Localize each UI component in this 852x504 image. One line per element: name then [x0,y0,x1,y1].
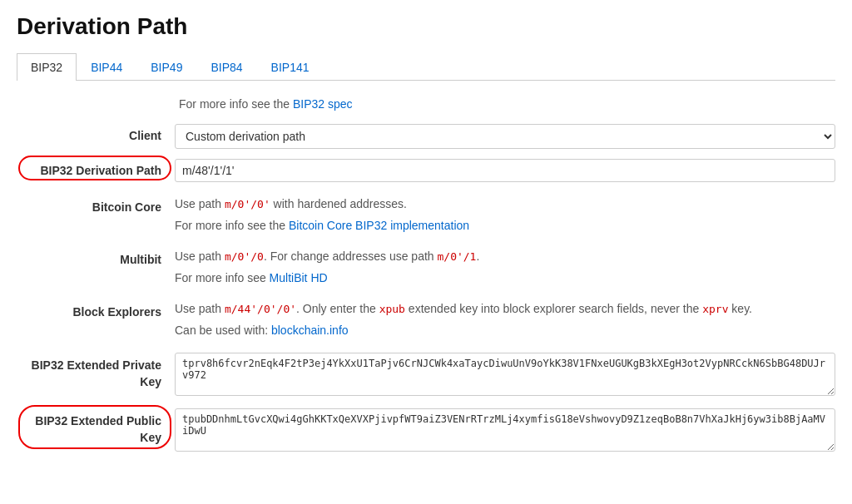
tab-bip84[interactable]: BIP84 [196,53,256,81]
extended-public-key-label: BIP32 Extended Public Key [25,408,175,446]
bip32-path-input[interactable] [175,159,835,182]
bip32-spec-link[interactable]: BIP32 spec [293,97,353,111]
extended-private-key-wrapper: tprv8h6fcvr2nEqk4F2tP3ej4YkXxU1TaPjv6CrN… [175,353,835,398]
multibit-path2: m/0'/1 [437,250,476,263]
multibit-path1: m/0'/0 [225,250,264,263]
page-title: Derivation Path [17,13,835,40]
bitcoin-core-label: Bitcoin Core [25,195,175,214]
multibit-hd-link[interactable]: MultiBit HD [270,271,328,284]
block-explorers-label: Block Explorers [25,300,175,319]
client-select[interactable]: Custom derivation path [175,124,835,149]
bitcoin-core-link-row: For more info see the Bitcoin Core BIP32… [25,217,835,235]
blockchain-info-link[interactable]: blockchain.info [271,324,349,337]
xpub-key: xpub [379,303,405,315]
block-explorers-path: m/44'/0'/0' [225,303,296,315]
bitcoin-core-row: Bitcoin Core Use path m/0'/0' with harde… [25,195,835,214]
extended-public-key-wrapper: tpubDDnhmLtGvcXQwi4gGhKKTxQeXVXPjivpfWT9… [175,408,835,454]
tab-bip32[interactable]: BIP32 [17,53,77,81]
bip32-info: For more info see the BIP32 spec [25,97,835,111]
extended-public-key-textarea[interactable]: tpubDDnhmLtGvcXQwi4gGhKKTxQeXVXPjivpfWT9… [175,408,835,452]
multibit-link-row: For more info see MultiBit HD [25,269,835,287]
xprv-key: xprv [702,303,728,315]
bip32-path-row: BIP32 Derivation Path [25,159,835,182]
block-explorers-desc1: Use path m/44'/0'/0'. Only enter the xpu… [175,300,835,318]
tab-bip44[interactable]: BIP44 [77,53,136,81]
bip32-path-label: BIP32 Derivation Path [25,159,175,177]
bip32-path-input-wrapper [175,159,835,182]
tab-bip49[interactable]: BIP49 [136,53,196,81]
extended-private-key-label: BIP32 Extended Private Key [25,353,175,390]
block-explorers-link-row: Can be used with: blockchain.info [25,322,835,339]
block-explorers-row: Block Explorers Use path m/44'/0'/0'. On… [25,300,835,319]
bip32-info-text: For more info see the [179,97,293,111]
bitcoin-core-link[interactable]: Bitcoin Core BIP32 implementation [289,219,469,232]
multibit-desc1: Use path m/0'/0. For change addresses us… [175,248,835,265]
client-select-wrapper: Custom derivation path [175,124,835,149]
client-label: Client [25,124,175,142]
tab-bip141[interactable]: BIP141 [257,53,324,81]
bitcoin-core-desc1: Use path m/0'/0' with hardened addresses… [175,195,835,213]
extended-public-key-row: BIP32 Extended Public Key tpubDDnhmLtGvc… [25,408,835,454]
multibit-label: Multibit [25,248,175,266]
multibit-row: Multibit Use path m/0'/0. For change add… [25,248,835,266]
extended-private-key-row: BIP32 Extended Private Key tprv8h6fcvr2n… [25,353,835,398]
client-row: Client Custom derivation path [25,124,835,149]
bitcoin-core-path: m/0'/0' [225,198,270,210]
extended-private-key-textarea[interactable]: tprv8h6fcvr2nEqk4F2tP3ej4YkXxU1TaPjv6CrN… [175,353,835,396]
tab-bar: BIP32 BIP44 BIP49 BIP84 BIP141 [17,53,835,81]
